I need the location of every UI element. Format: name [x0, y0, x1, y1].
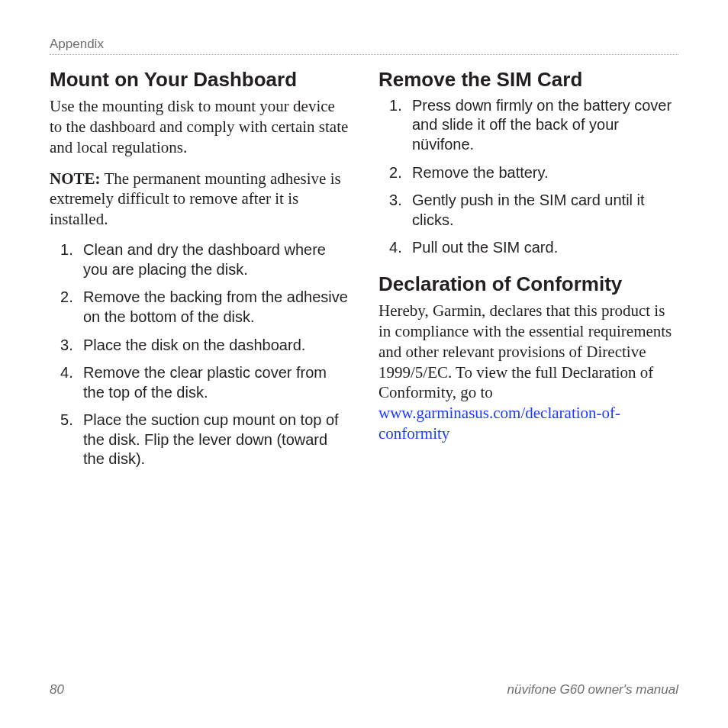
- conformity-body: Hereby, Garmin, declares that this produ…: [378, 301, 678, 444]
- heading-conformity: Declaration of Conformity: [378, 273, 678, 296]
- mount-intro-text: Use the mounting disk to mount your devi…: [50, 96, 350, 158]
- heading-sim: Remove the SIM Card: [378, 69, 678, 92]
- conformity-section: Declaration of Conformity Hereby, Garmin…: [378, 273, 678, 444]
- sim-steps-list: Press down firmly on the battery cover a…: [378, 96, 678, 258]
- page-number: 80: [50, 682, 64, 697]
- list-item: Remove the backing from the adhesive on …: [50, 288, 350, 327]
- header-section-label: Appendix: [50, 37, 678, 55]
- sim-section: Remove the SIM Card Press down firmly on…: [378, 69, 678, 258]
- mount-section: Mount on Your Dashboard Use the mounting…: [50, 69, 350, 469]
- manual-title: nüvifone G60 owner's manual: [507, 682, 678, 697]
- mount-steps-list: Clean and dry the dashboard where you ar…: [50, 240, 350, 469]
- right-column: Remove the SIM Card Press down firmly on…: [378, 69, 678, 485]
- conformity-link[interactable]: www.garminasus.com/declaration-of-confor…: [378, 404, 620, 443]
- mount-note: NOTE: The permanent mounting adhesive is…: [50, 169, 350, 230]
- content-columns: Mount on Your Dashboard Use the mounting…: [50, 69, 678, 485]
- list-item: Place the suction cup mount on top of th…: [50, 411, 350, 469]
- list-item: Clean and dry the dashboard where you ar…: [50, 240, 350, 279]
- page-footer: 80 nüvifone G60 owner's manual: [50, 682, 678, 697]
- list-item: Press down firmly on the battery cover a…: [378, 96, 678, 155]
- list-item: Remove the battery.: [378, 163, 678, 183]
- list-item: Pull out the SIM card.: [378, 238, 678, 258]
- list-item: Remove the clear plastic cover from the …: [50, 363, 350, 402]
- list-item: Gently push in the SIM card until it cli…: [378, 191, 678, 230]
- list-item: Place the disk on the dashboard.: [50, 336, 350, 356]
- heading-mount: Mount on Your Dashboard: [50, 69, 350, 92]
- left-column: Mount on Your Dashboard Use the mounting…: [50, 69, 350, 485]
- note-label: NOTE:: [50, 169, 101, 188]
- conformity-text: Hereby, Garmin, declares that this produ…: [378, 301, 672, 402]
